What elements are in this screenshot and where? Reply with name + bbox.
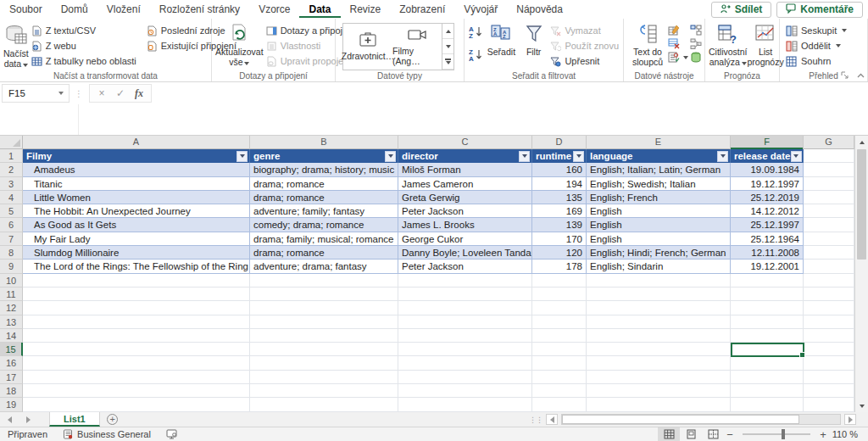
cell-A16[interactable] xyxy=(23,356,250,370)
cell-F19[interactable] xyxy=(731,398,804,411)
cell-E13[interactable] xyxy=(587,315,731,329)
normal-view-button[interactable] xyxy=(658,427,680,441)
cell-D6[interactable]: 139 xyxy=(532,218,587,232)
cell-E17[interactable] xyxy=(587,371,731,384)
cell-G8[interactable] xyxy=(804,246,854,260)
cell-F7[interactable]: 25.12.1964 xyxy=(731,232,804,246)
cell-A9[interactable]: The Lord of the Rings: The Fellowship of… xyxy=(23,260,250,273)
cell-A6[interactable]: As Good as It Gets xyxy=(23,218,250,232)
cell-B12[interactable] xyxy=(250,301,398,315)
tab-rozlozeni-stranky[interactable]: Rozložení stránky xyxy=(150,1,249,19)
cell-D17[interactable] xyxy=(532,371,587,384)
cell-C16[interactable] xyxy=(398,356,532,370)
new-sheet-button[interactable]: + xyxy=(100,412,125,427)
horizontal-scroll-track[interactable] xyxy=(561,414,841,425)
cell-C14[interactable] xyxy=(398,329,532,343)
cell-E9[interactable]: English; Sindarin xyxy=(587,260,731,273)
row-header-18[interactable]: 18 xyxy=(0,384,23,398)
cell-A17[interactable] xyxy=(23,371,250,384)
cell-F3[interactable]: 19.12.1997 xyxy=(731,177,804,191)
cell-G2[interactable] xyxy=(804,163,854,176)
row-header-14[interactable]: 14 xyxy=(0,329,23,343)
cell-B8[interactable]: drama; romance xyxy=(250,246,398,260)
cell-A19[interactable] xyxy=(23,398,250,411)
forecast-sheet-button[interactable]: List prognózy xyxy=(748,21,784,67)
cell-F2[interactable]: 19.09.1984 xyxy=(731,163,804,176)
cell-F1[interactable]: release date xyxy=(731,149,804,163)
data-validation-button[interactable] xyxy=(668,52,688,63)
cell-A18[interactable] xyxy=(23,384,250,398)
cell-F4[interactable]: 25.12.2019 xyxy=(731,191,804,204)
cell-A8[interactable]: Slumdog Millionaire xyxy=(23,246,250,260)
cell-B15[interactable] xyxy=(250,343,398,356)
column-header-D[interactable]: D xyxy=(532,136,587,149)
cell-D8[interactable]: 120 xyxy=(532,246,587,260)
cell-F14[interactable] xyxy=(731,329,804,343)
cell-F18[interactable] xyxy=(731,384,804,398)
cell-D16[interactable] xyxy=(532,356,587,370)
cell-D5[interactable]: 169 xyxy=(532,204,587,218)
what-if-analysis-button[interactable]: ? Citlivostní analýza xyxy=(709,21,748,67)
cell-A7[interactable]: My Fair Lady xyxy=(23,232,250,246)
relationships-icon[interactable] xyxy=(690,38,702,49)
cell-A4[interactable]: Little Women xyxy=(23,191,250,204)
column-header-G[interactable]: G xyxy=(804,136,854,149)
tab-revize[interactable]: Revize xyxy=(341,1,391,19)
row-header-16[interactable]: 16 xyxy=(0,356,23,370)
page-layout-view-button[interactable] xyxy=(680,427,702,441)
horizontal-scroll-thumb[interactable] xyxy=(562,415,799,424)
cell-C12[interactable] xyxy=(398,301,532,315)
cell-F13[interactable] xyxy=(731,315,804,329)
row-header-10[interactable]: 10 xyxy=(0,274,23,287)
sort-button[interactable]: ZAAZ Seřadit xyxy=(483,21,520,58)
cell-G16[interactable] xyxy=(804,356,854,370)
refresh-all-button[interactable]: Aktualizovat vše xyxy=(215,21,264,67)
cell-D9[interactable]: 178 xyxy=(532,260,587,273)
row-header-2[interactable]: 2 xyxy=(0,163,23,176)
cell-B2[interactable]: biography; drama; history; music xyxy=(250,163,398,176)
vertical-scrollbar[interactable] xyxy=(854,136,868,412)
comments-button[interactable]: Komentáře xyxy=(776,2,863,18)
cell-A10[interactable] xyxy=(23,274,250,287)
cell-E16[interactable] xyxy=(587,356,731,370)
cell-F16[interactable] xyxy=(731,356,804,370)
cancel-icon[interactable]: × xyxy=(93,87,110,99)
text-to-columns-button[interactable]: Text do sloupců xyxy=(627,21,668,67)
advanced-filter-button[interactable]: Upřesnit xyxy=(548,53,621,69)
selected-cell[interactable] xyxy=(731,343,804,357)
cell-B19[interactable] xyxy=(250,398,398,411)
cell-G15[interactable] xyxy=(804,343,854,356)
cell-F8[interactable]: 12.11.2008 xyxy=(731,246,804,260)
row-header-17[interactable]: 17 xyxy=(0,371,23,384)
cell-G19[interactable] xyxy=(804,398,854,411)
column-header-E[interactable]: E xyxy=(587,136,731,149)
cell-B7[interactable]: drama; family; musical; romance xyxy=(250,232,398,246)
scroll-right-button[interactable] xyxy=(844,414,856,425)
dialog-launcher-icon[interactable] xyxy=(840,70,849,80)
page-break-view-button[interactable] xyxy=(702,427,724,441)
cell-E18[interactable] xyxy=(587,384,731,398)
cell-C15[interactable] xyxy=(398,343,532,356)
cell-B13[interactable] xyxy=(250,315,398,329)
prev-sheet-button[interactable] xyxy=(0,412,19,427)
formula-bar-grip[interactable]: ⋮ xyxy=(75,89,84,98)
cell-F10[interactable] xyxy=(731,274,804,287)
cell-G14[interactable] xyxy=(804,329,854,343)
cell-C5[interactable]: Peter Jackson xyxy=(398,204,532,218)
cell-G7[interactable] xyxy=(804,232,854,246)
cell-A5[interactable]: The Hobbit: An Unexpected Journey xyxy=(23,204,250,218)
consolidate-icon[interactable] xyxy=(690,25,702,36)
cell-B18[interactable] xyxy=(250,384,398,398)
row-header-6[interactable]: 6 xyxy=(0,218,23,232)
cell-A12[interactable] xyxy=(23,301,250,315)
next-sheet-button[interactable] xyxy=(19,412,37,427)
cell-G4[interactable] xyxy=(804,191,854,204)
cell-A14[interactable] xyxy=(23,329,250,343)
cell-E11[interactable] xyxy=(587,287,731,301)
cell-F17[interactable] xyxy=(731,371,804,384)
cell-E12[interactable] xyxy=(587,301,731,315)
cell-A11[interactable] xyxy=(23,287,250,301)
data-type-health[interactable]: Zdravotnict… xyxy=(343,24,392,70)
gallery-down-button[interactable] xyxy=(442,39,453,54)
collapse-ribbon-icon[interactable] xyxy=(856,72,865,79)
